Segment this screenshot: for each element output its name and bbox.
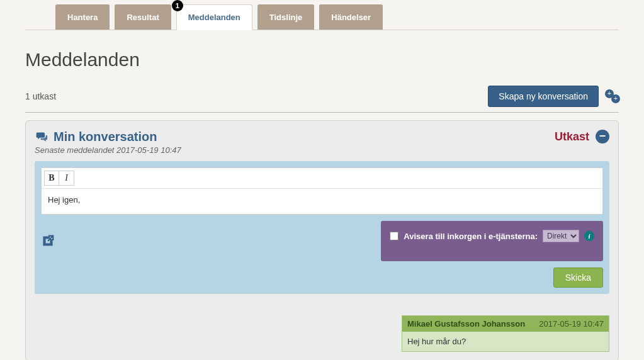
add-cluster: + + [605,89,619,103]
collapse-button[interactable]: − [596,130,609,143]
send-button[interactable]: Skicka [553,267,603,288]
editor-panel: B I Hej igen, Avisera till inkorgen i e-… [35,161,609,294]
avisera-label: Avisera till inkorgen i e-tjänsterna: [404,232,538,241]
new-conversation-button[interactable]: Skapa ny konversation [488,86,599,107]
tab-label: Meddelanden [188,13,240,22]
message-thread: Mikael Gustafsson Johansson 2017-05-19 1… [35,315,609,352]
avisera-select[interactable]: Direkt [543,230,579,242]
avisera-checkbox[interactable] [390,232,398,240]
tab-badge: 1 [172,0,183,11]
popout-icon[interactable] [41,234,55,248]
tab-resultat[interactable]: Resultat [115,4,171,30]
bold-button[interactable]: B [44,171,59,186]
conversation-title-text: Min konversation [54,130,157,144]
message-body: Hej hur mår du? [402,332,609,351]
conversation-subtitle: Senaste meddelandet 2017-05-19 10:47 [35,145,181,155]
tab-meddelanden[interactable]: 1 Meddelanden [176,4,252,30]
tab-bar: Hantera Resultat 1 Meddelanden Tidslinje… [25,0,619,30]
tab-tidslinje[interactable]: Tidslinje [257,4,315,30]
editor-body[interactable]: Hej igen, [42,189,602,214]
italic-button[interactable]: I [59,171,74,186]
info-icon[interactable]: i [584,231,594,241]
status-badge: Utkast [555,130,589,143]
tab-hantera[interactable]: Hantera [55,4,110,30]
tab-handelser[interactable]: Händelser [319,4,383,30]
draft-count: 1 utkast [25,91,56,101]
avisera-bar: Avisera till inkorgen i e-tjänsterna: Di… [381,221,603,261]
plus-icon[interactable]: + [611,94,620,103]
message-author: Mikael Gustafsson Johansson [407,319,525,329]
editor: B I Hej igen, [41,167,603,215]
message-bubble: Mikael Gustafsson Johansson 2017-05-19 1… [402,315,609,352]
editor-toolbar: B I [42,168,602,189]
page-title: Meddelanden [25,49,619,70]
message-timestamp: 2017-05-19 10:47 [539,319,604,329]
conversation-title: Min konversation [35,130,181,144]
conversation-card: Min konversation Senaste meddelandet 201… [25,120,619,360]
chat-icon [35,131,48,143]
